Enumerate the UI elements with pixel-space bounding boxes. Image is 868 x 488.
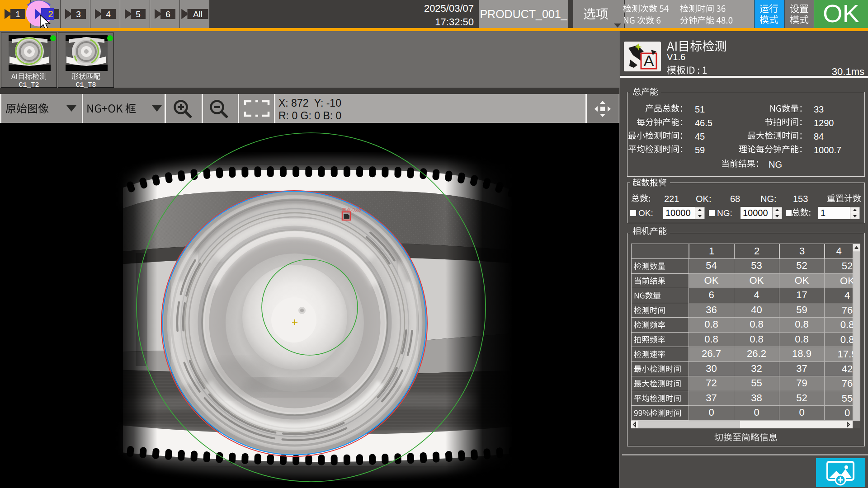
svg-text:5: 5: [136, 9, 141, 19]
svg-text:6: 6: [165, 9, 170, 19]
svg-text:All: All: [193, 9, 203, 19]
svg-text:3: 3: [76, 9, 81, 19]
svg-text:A: A: [644, 52, 654, 69]
svg-text:4: 4: [106, 9, 111, 19]
svg-text:2: 2: [48, 9, 53, 19]
